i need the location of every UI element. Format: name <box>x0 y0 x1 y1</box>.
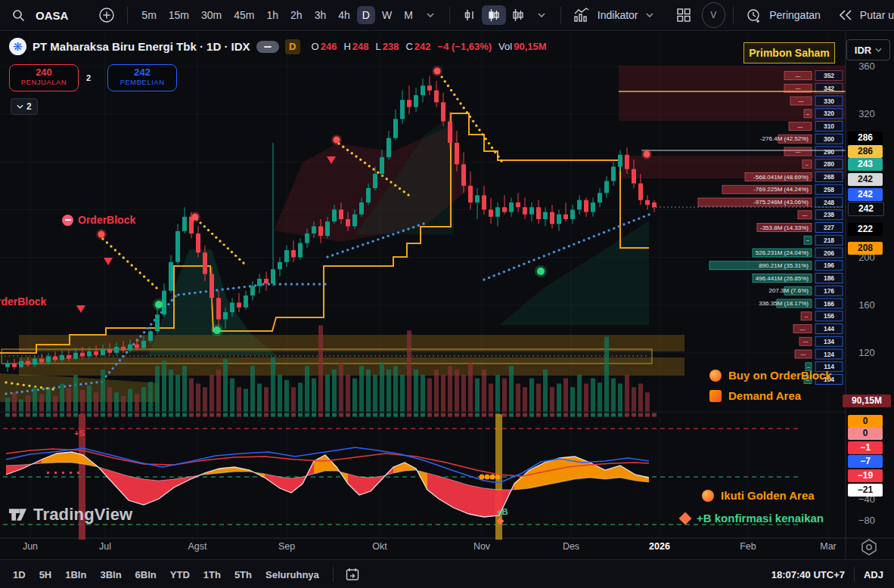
go-to-date-icon[interactable] <box>340 565 365 584</box>
timeframe-4h[interactable]: 4h <box>333 6 355 24</box>
range-row: 1D5H1Bln3Bln6BlnYTD1Th5ThSeluruhnya <box>6 566 326 583</box>
volume-bar <box>318 325 323 412</box>
month-label-Mar[interactable]: Mar <box>820 541 837 552</box>
timeframe-chevron-icon[interactable] <box>422 11 439 20</box>
trend-tick <box>543 413 548 417</box>
buy-button[interactable]: 242 PEMBELIAN <box>107 64 177 91</box>
timeframe-30m[interactable]: 30m <box>196 6 227 24</box>
range-5H[interactable]: 5H <box>33 566 59 583</box>
month-label-Nov[interactable]: Nov <box>473 541 490 552</box>
candle <box>257 279 262 286</box>
timeframe-1h[interactable]: 1h <box>262 6 284 24</box>
replay-icon[interactable] <box>834 8 857 23</box>
volume-bar <box>26 395 30 412</box>
timeframe-2h[interactable]: 2h <box>285 6 308 24</box>
timeframe-45m[interactable]: 45m <box>228 6 259 24</box>
range-3Bln[interactable]: 3Bln <box>93 566 128 583</box>
tradingview-watermark: TradingView <box>8 505 132 525</box>
range-5Th[interactable]: 5Th <box>228 566 259 583</box>
range-Seluruhnya[interactable]: Seluruhnya <box>259 566 326 583</box>
clock[interactable]: 18:07:40 UTC+7 <box>771 569 845 580</box>
month-label-Des[interactable]: Des <box>563 541 579 552</box>
add-symbol-icon[interactable] <box>94 5 120 26</box>
volume-bar <box>577 375 582 412</box>
object-tree-chip[interactable]: 2 <box>11 98 38 115</box>
indicators-icon[interactable] <box>569 5 594 25</box>
adj-toggle[interactable]: ADJ <box>864 569 883 580</box>
timeframe-M[interactable]: M <box>399 6 418 24</box>
indicators-button[interactable]: Indikator <box>598 9 638 21</box>
range-YTD[interactable]: YTD <box>163 566 197 583</box>
month-label-2026[interactable]: 2026 <box>649 541 670 552</box>
hide-symbol-pill[interactable] <box>256 41 279 53</box>
top-toolbar: OASA 5m15m30m45m1h2h3h4hDWM Indikator <box>0 0 894 31</box>
candle <box>366 188 371 203</box>
month-label-Agst[interactable]: Agst <box>188 541 206 552</box>
trend-tick <box>237 413 241 417</box>
interval-badge[interactable]: D <box>285 39 300 54</box>
volume-bar <box>529 379 534 412</box>
timezone-settings-icon[interactable] <box>859 538 879 556</box>
alert-clock-icon[interactable] <box>741 5 766 26</box>
symbol-search-button[interactable]: OASA <box>36 9 68 22</box>
timeframe-D[interactable]: D <box>357 6 375 24</box>
timeframe-15m[interactable]: 15m <box>163 6 194 24</box>
candle <box>611 167 616 181</box>
alerts-button[interactable]: Peringatan <box>769 9 821 21</box>
bar-style-chevron-icon[interactable] <box>533 11 550 20</box>
candle <box>509 203 514 212</box>
indicators-chevron-icon[interactable] <box>641 11 658 20</box>
candle <box>359 203 364 215</box>
month-label-Jun[interactable]: Jun <box>23 541 38 552</box>
range-1Bln[interactable]: 1Bln <box>58 566 93 583</box>
profile-bar-label: – <box>806 237 809 243</box>
range-1Th[interactable]: 1Th <box>197 566 228 583</box>
month-label-Jul[interactable]: Jul <box>99 541 111 552</box>
trend-tick <box>598 413 602 417</box>
volume-bar <box>189 379 194 412</box>
candle <box>421 85 425 95</box>
primbon-saham-box[interactable]: Primbon Saham <box>743 42 835 63</box>
layout-v-badge[interactable]: V <box>702 2 726 28</box>
layout-grid-icon[interactable] <box>672 5 696 25</box>
month-label-Feb[interactable]: Feb <box>740 541 756 552</box>
month-label-Sep[interactable]: Sep <box>278 541 295 552</box>
trend-tick <box>278 413 282 417</box>
search-icon[interactable] <box>8 7 29 24</box>
candle <box>441 102 445 121</box>
trade-panel: 240 PENJUALAN 2 242 PEMBELIAN <box>9 64 177 91</box>
volume-bar <box>298 382 303 412</box>
timeframe-W[interactable]: W <box>377 6 397 24</box>
change-value: −4 (−1,63%) <box>438 41 492 52</box>
bar-style-bars-icon[interactable] <box>458 5 482 25</box>
sell-button[interactable]: 240 PENJUALAN <box>9 64 79 91</box>
trend-tick <box>577 413 582 417</box>
bar-style-candles-icon[interactable] <box>482 5 506 25</box>
range-1D[interactable]: 1D <box>6 566 33 583</box>
trend-tick <box>169 413 173 417</box>
candle <box>598 193 602 203</box>
bar-style-hollow-icon[interactable] <box>506 5 530 25</box>
range-6Bln[interactable]: 6Bln <box>129 566 163 583</box>
timeframe-3h[interactable]: 3h <box>309 6 332 24</box>
volume-value: 90,15M <box>514 41 546 52</box>
volume-bar <box>407 330 411 412</box>
replay-button[interactable]: Putar u <box>860 9 894 21</box>
open-value: 246 <box>321 41 337 52</box>
price-badge: 0 <box>848 415 883 428</box>
volume-bar <box>291 387 296 412</box>
month-label-Okt[interactable]: Okt <box>372 541 386 552</box>
candle <box>577 200 582 210</box>
scale-tick-label: 160 <box>848 299 886 311</box>
currency-selector[interactable]: IDR <box>846 39 890 60</box>
candle <box>461 164 466 185</box>
profile-price-label: 300 <box>824 135 834 143</box>
price-badge: 222 <box>848 223 883 236</box>
trend-tick <box>121 413 126 417</box>
open-label: O <box>312 41 319 52</box>
scale-tick-label: 360 <box>848 60 886 72</box>
timeframe-5m[interactable]: 5m <box>136 6 161 24</box>
symbol-title[interactable]: PT Maharaksa Biru Energi Tbk · 1D · IDX <box>33 40 250 53</box>
trend-tick <box>264 413 269 417</box>
golden-area-dot <box>495 475 501 480</box>
